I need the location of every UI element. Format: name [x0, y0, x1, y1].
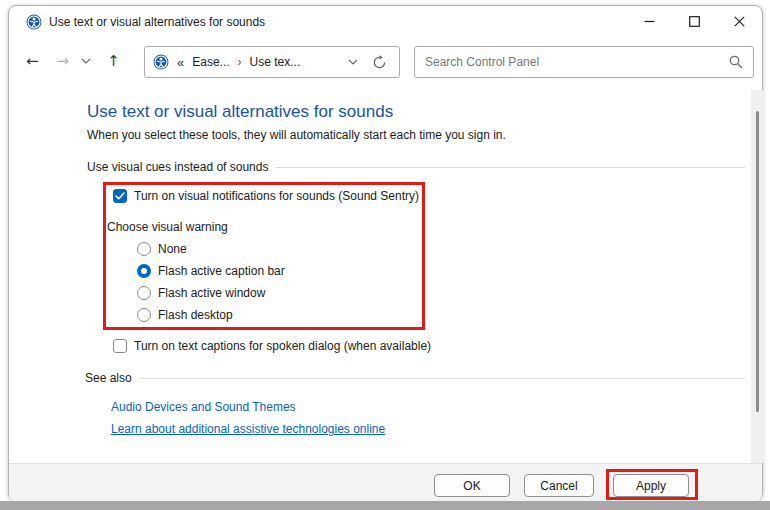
address-bar-right [348, 55, 399, 70]
cancel-button[interactable]: Cancel [524, 474, 594, 497]
refresh-icon[interactable] [372, 55, 387, 70]
back-button[interactable]: ← [26, 54, 39, 69]
text-captions-row: Turn on text captions for spoken dialog … [113, 339, 431, 353]
up-button[interactable]: ↑ [107, 54, 120, 69]
radio-flash-window[interactable] [137, 286, 151, 300]
recent-pages-chevron-icon[interactable] [81, 58, 91, 64]
search-input[interactable] [425, 55, 729, 69]
close-icon [734, 16, 745, 27]
maximize-icon [689, 16, 700, 27]
page-description: When you select these tools, they will a… [87, 128, 506, 142]
link-assistive-technologies[interactable]: Learn about additional assistive technol… [111, 422, 385, 436]
maximize-button[interactable] [672, 6, 717, 37]
link-audio-devices[interactable]: Audio Devices and Sound Themes [111, 400, 296, 414]
sound-sentry-label: Turn on visual notifications for sounds … [134, 189, 419, 203]
vertical-scrollbar-track[interactable] [751, 90, 765, 463]
search-icon[interactable] [729, 55, 743, 69]
text-captions-label: Turn on text captions for spoken dialog … [134, 339, 431, 353]
sound-sentry-row: Turn on visual notifications for sounds … [113, 189, 419, 203]
breadcrumb-separator-icon[interactable]: › [238, 55, 242, 69]
radio-row-none: None [137, 242, 187, 256]
ok-button[interactable]: OK [434, 474, 510, 497]
radio-flash-caption-bar[interactable] [137, 264, 151, 278]
radio-flash-window-label: Flash active window [158, 286, 265, 300]
radio-flash-caption-bar-label: Flash active caption bar [158, 264, 285, 278]
address-bar[interactable]: « Ease... › Use tex... [144, 46, 400, 78]
forward-button[interactable]: → [57, 54, 70, 69]
apply-button[interactable]: Apply [613, 474, 689, 497]
checkmark-icon [115, 192, 125, 200]
radio-flash-desktop[interactable] [137, 308, 151, 322]
breadcrumb-collapse-button[interactable]: « [177, 55, 184, 70]
group-header-label: Use visual cues instead of sounds [87, 160, 268, 174]
address-dropdown-chevron-icon[interactable] [348, 59, 358, 65]
breadcrumb-ease-of-access-icon [153, 54, 169, 70]
control-panel-window: Use text or visual alternatives for soun… [8, 5, 763, 501]
button-bar: OK Cancel Apply [9, 463, 762, 502]
ease-of-access-icon [26, 14, 42, 30]
radio-row-flash-caption-bar: Flash active caption bar [137, 264, 285, 278]
see-also-label: See also [85, 371, 132, 385]
navigation-bar: ← → ↑ « Ease... › Use tex... [9, 37, 762, 85]
minimize-icon [644, 16, 655, 27]
page-title: Use text or visual alternatives for soun… [87, 102, 393, 122]
breadcrumb-segment-ease-of-access[interactable]: Ease... [192, 55, 229, 69]
breadcrumb-segment-current-page[interactable]: Use tex... [250, 55, 301, 69]
radio-none-label: None [158, 242, 187, 256]
search-box[interactable] [414, 46, 754, 78]
radio-flash-desktop-label: Flash desktop [158, 308, 233, 322]
window-title: Use text or visual alternatives for soun… [49, 15, 265, 29]
group-header-see-also: See also [85, 371, 745, 385]
radio-none[interactable] [137, 242, 151, 256]
content-area: Use text or visual alternatives for soun… [9, 85, 762, 463]
radio-row-flash-desktop: Flash desktop [137, 308, 233, 322]
sound-sentry-checkbox[interactable] [113, 189, 127, 203]
see-also-rule [139, 378, 745, 379]
minimize-button[interactable] [627, 6, 672, 37]
radio-row-flash-window: Flash active window [137, 286, 265, 300]
group-header-rule [275, 167, 745, 168]
title-bar: Use text or visual alternatives for soun… [9, 6, 762, 37]
window-controls [627, 6, 762, 37]
choose-visual-warning-label: Choose visual warning [107, 220, 228, 234]
text-captions-checkbox[interactable] [113, 339, 127, 353]
group-header-visual-cues: Use visual cues instead of sounds [87, 160, 745, 174]
desktop-background-strip [0, 501, 770, 510]
vertical-scrollbar-thumb[interactable] [756, 111, 759, 412]
close-button[interactable] [717, 6, 762, 37]
